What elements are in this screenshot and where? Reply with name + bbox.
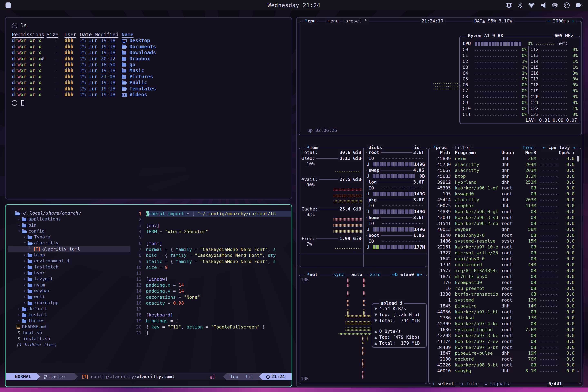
net-auto-button[interactable]: auto (350, 272, 364, 278)
menu-button[interactable]: menu (326, 18, 340, 24)
proc-row[interactable]: 1686systemd-logindroot7.6M0.0 (430, 327, 580, 333)
proc-row[interactable]: 1577irq/81-PIXA3854:root0B0.0 (430, 268, 580, 274)
proc-row[interactable]: 45730alacrittydhh204M0.0 (430, 162, 580, 168)
battery-charging-icon[interactable] (576, 2, 583, 8)
git-branch-segment[interactable]: master (36, 373, 78, 380)
proc-row[interactable]: 195kswapd0root0B0.0 (430, 191, 580, 197)
chevron-right-icon[interactable]: ▸ (22, 300, 28, 306)
chevron-right-icon[interactable]: ▸ (22, 258, 28, 264)
proc-row[interactable]: 2130dockerdroot70M0.0 (430, 356, 580, 362)
proc-row[interactable]: 1systemdroot13M0.0 (430, 297, 580, 303)
editor-line[interactable]: 10size = 9 (130, 264, 291, 270)
tree-item[interactable]: README.md (8, 324, 130, 330)
proc-row[interactable]: 40075dropboxdhh413M0.0 (430, 203, 580, 209)
tree-item[interactable]: ▸btop (8, 252, 130, 258)
proc-row[interactable]: 1794containerdroot44M0.0 (430, 262, 580, 268)
proc-filter-button[interactable]: filter (453, 145, 472, 150)
proc-row[interactable]: 1327dmcrypt_write/25root0B0.0 (430, 250, 580, 256)
tree-item[interactable]: ▸xournalpp (8, 300, 130, 306)
tree-item[interactable]: ▸nvim (8, 282, 130, 288)
proc-column-header[interactable]: User: (502, 150, 520, 156)
chevron-right-icon[interactable]: ▸ (22, 276, 28, 282)
chevron-right-icon[interactable]: ▸ (22, 264, 28, 270)
chevron-right-icon[interactable]: ▸ (16, 222, 22, 228)
proc-row[interactable]: 1486systemd-resolvesyst+15M0.0 (430, 238, 580, 244)
editor-line[interactable]: 21] (130, 330, 291, 336)
editor-line[interactable]: 19bindings = [ (130, 318, 291, 324)
dropbox-icon[interactable] (506, 2, 512, 8)
proc-column-header[interactable]: Pid: (430, 150, 451, 156)
tree-item[interactable]: ▸install (8, 312, 130, 318)
proc-row[interactable]: 1845pipewiredhh14M0.0 (430, 303, 580, 309)
proc-row[interactable]: 1640napi/phy0-0root0B0.0 (430, 232, 580, 238)
proc-row[interactable]: 45683btopdhh8.2M0.0 (430, 174, 580, 180)
editor-buffer[interactable]: 1general.import = [ "~/.config/omarchy/c… (130, 211, 291, 336)
editor-line[interactable]: 12[window] (130, 276, 291, 282)
proc-column-headers[interactable]: Pid:Program:User:MemBCpu% ↑ (430, 150, 580, 156)
info-hint[interactable]: ↓ info (460, 381, 478, 387)
tree-item[interactable]: ▸themes (8, 318, 130, 324)
clock[interactable]: Wednesday 21:24 (0, 2, 588, 8)
bluetooth-icon[interactable] (518, 2, 522, 8)
proc-row[interactable]: 2786udisksdroot17M0.0 (430, 315, 580, 321)
proc-row[interactable]: 43091kworker/u96:3-sdroot0B0.0 (430, 215, 580, 221)
preset-button[interactable]: preset * (344, 18, 368, 24)
editor-line[interactable]: 11 (130, 270, 291, 276)
proc-row[interactable]: 42309kworker/u97:4-kcroot0B0.0 (430, 321, 580, 327)
proc-row[interactable]: 34409kworker/u97:5-btroot0B0.0 (430, 345, 580, 350)
disks-box-title[interactable]: disks (367, 145, 384, 150)
chevron-right-icon[interactable]: ▸ (22, 288, 28, 294)
editor-line[interactable]: 13padding.x = 14 (130, 282, 291, 288)
proc-row[interactable]: 45414alacrittydhh203M0.0 (430, 197, 580, 203)
net-sync-button[interactable]: sync (332, 272, 346, 278)
editor-line[interactable]: 16opacity = 0.98 (130, 300, 291, 306)
tree-item[interactable]: (1 hidden item) (8, 342, 130, 348)
tree-root[interactable]: ~/.local/share/omarchy (8, 210, 130, 216)
tree-item[interactable]: ▸lazygit (8, 276, 130, 282)
tree-item[interactable]: ▸wofi (8, 294, 130, 300)
select-hint[interactable]: ↑ select (431, 381, 455, 387)
proc-column-header[interactable]: Cpu% ↑ (553, 150, 575, 156)
editor-line[interactable]: 20{ key = "F11", action = "ToggleFullscr… (130, 324, 291, 330)
proc-row[interactable]: 44889kworker/u96:0-gfroot0B0.0 (430, 209, 580, 215)
gauge-icon[interactable] (564, 2, 570, 8)
tree-item[interactable]: $install.sh (8, 336, 130, 342)
tree-item[interactable]: ▾alacritty (8, 240, 130, 246)
terminal-window[interactable]: → ls PermissionsSizeUserDate ModifiedNam… (5, 17, 292, 200)
proc-box-title[interactable]: ⁴proc (432, 145, 448, 150)
volume-icon[interactable] (541, 2, 546, 8)
editor-line[interactable]: 6[font] (130, 240, 291, 246)
chevron-down-icon[interactable]: ▾ (16, 228, 22, 234)
editor-line[interactable]: 18[keyboard] (130, 312, 291, 318)
proc-row[interactable]: 1642napi/phy0-0root0B0.0 (430, 256, 580, 262)
tree-item[interactable]: ▸hypr (8, 270, 130, 276)
tree-item[interactable]: ▾config (8, 228, 130, 234)
chevron-right-icon[interactable]: ▸ (22, 234, 28, 240)
editor-line[interactable]: 5 (130, 234, 291, 240)
editor-line[interactable]: 1general.import = [ "~/.config/omarchy/c… (130, 211, 291, 216)
proc-row[interactable]: 42208kworker/u97:3-kcroot0B0.0 (430, 333, 580, 339)
proc-row[interactable]: 31541kworker/u96:2-coroot0B0.0 (430, 221, 580, 226)
proc-row[interactable]: 1827mt76-tx phy0root0B0.0 (430, 274, 580, 280)
proc-row[interactable]: 22161kworker/u97:10-eroot0B0.0 (430, 244, 580, 250)
proc-row[interactable]: 42226kworker/u98:3-btroot0B0.0 (430, 362, 580, 368)
proc-row[interactable]: 45667alacrittydhh203M0.0 (430, 168, 580, 174)
editor-line[interactable]: 3[env] (130, 222, 291, 228)
io-mode-button[interactable]: io (412, 145, 422, 150)
cpu-box-title[interactable]: ¹cpu (303, 18, 317, 24)
shell-prompt-empty[interactable]: → (12, 100, 290, 106)
proc-row[interactable]: 44956kworker/u97:1-btroot0B0.0 (430, 309, 580, 315)
net-box-title[interactable]: ³net (305, 272, 319, 278)
chevron-down-icon[interactable]: ▾ (22, 240, 28, 246)
proc-column-header[interactable]: Program: (451, 150, 502, 156)
proc-row[interactable]: 40010swaybgdhh8.1M0.0 (430, 368, 580, 374)
tree-item[interactable]: ▸applications (8, 216, 130, 222)
editor-line[interactable]: 4TERM = "xterm-256color" (130, 229, 291, 234)
tree-item[interactable]: ▸environment.d (8, 258, 130, 264)
signals-hint[interactable]: ↵ signals (484, 381, 510, 387)
proc-row[interactable]: 41174kworker/u97:7-evroot0B0.0 (430, 339, 580, 345)
editor-line[interactable]: 9italic = { family = "CaskaydiaMono Nerd… (130, 258, 291, 264)
mem-box-title[interactable]: ²mem (305, 145, 319, 150)
chevron-right-icon[interactable]: ▸ (16, 318, 22, 324)
proc-tree-button[interactable]: tree (521, 145, 535, 150)
